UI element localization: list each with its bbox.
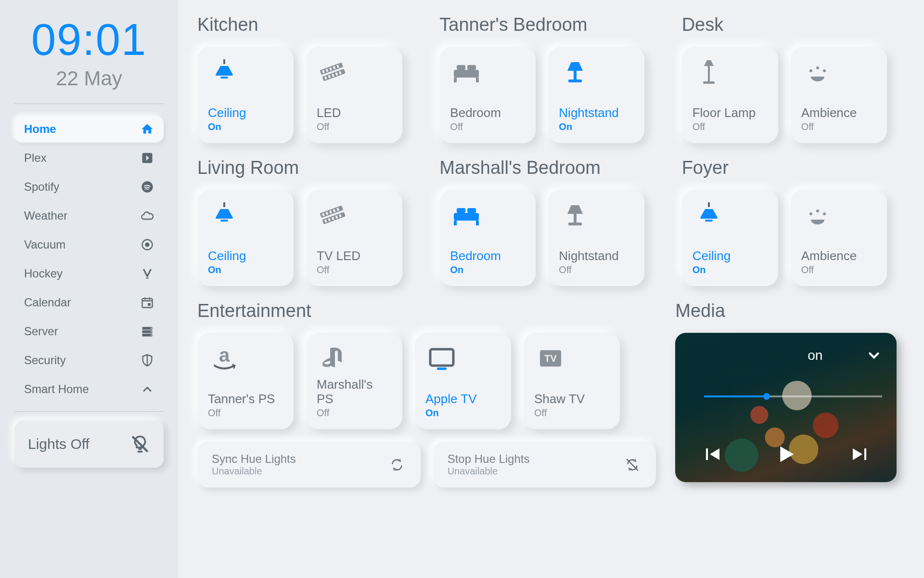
hue-subtitle: Unavailable bbox=[448, 466, 530, 477]
device-tile[interactable]: Ceiling On bbox=[197, 190, 294, 286]
tile-name: Nightstand bbox=[559, 249, 634, 263]
media-section: Media on bbox=[675, 301, 905, 487]
nav-item-home[interactable]: Home bbox=[14, 116, 164, 143]
tile-name: Ambience bbox=[801, 106, 876, 120]
ambience-icon bbox=[801, 57, 834, 88]
tv-box-icon bbox=[534, 343, 567, 374]
tile-state: On bbox=[425, 407, 500, 419]
tile-state: Off bbox=[534, 407, 609, 419]
media-previous-button[interactable] bbox=[700, 443, 723, 466]
ceiling-light-icon bbox=[208, 200, 241, 231]
divider bbox=[14, 104, 164, 104]
tile-state: Off bbox=[317, 407, 392, 419]
bed-icon bbox=[450, 200, 483, 231]
tile-state: Off bbox=[801, 121, 876, 132]
nav-label: Security bbox=[24, 354, 66, 367]
chevron-up-icon bbox=[141, 382, 154, 396]
main: Kitchen Ceiling On LED Off Tanner's Bedr… bbox=[178, 0, 924, 578]
hue-button[interactable]: Stop Hue Lights Unavailable bbox=[433, 442, 656, 487]
device-tile[interactable]: Nightstand Off bbox=[548, 190, 644, 286]
section-title-entertainment: Entertainment bbox=[197, 301, 656, 321]
device-tile[interactable]: Ambience Off bbox=[791, 47, 887, 143]
tile-name: Ceiling bbox=[208, 249, 283, 263]
room-section: Desk Floor Lamp Off Ambience Off bbox=[682, 14, 905, 143]
hue-button[interactable]: Sync Hue Lights Unavailable bbox=[197, 442, 421, 487]
room-section: Living Room Ceiling On TV LED Off bbox=[197, 158, 420, 286]
clock-time: 09:01 bbox=[14, 14, 164, 65]
device-tile[interactable]: Shaw TV Off bbox=[524, 333, 620, 429]
tile-state: Off bbox=[693, 121, 768, 132]
tile-name: Bedroom bbox=[450, 249, 525, 263]
nav-label: Hockey bbox=[24, 267, 63, 280]
device-tile[interactable]: Bedroom On bbox=[439, 190, 536, 286]
device-tile[interactable]: TV LED Off bbox=[306, 190, 402, 286]
nav-item-plex[interactable]: Plex bbox=[14, 144, 164, 171]
device-tile[interactable]: Marshall's PS Off bbox=[306, 333, 402, 429]
room-title: Tanner's Bedroom bbox=[439, 14, 662, 35]
divider bbox=[14, 411, 164, 412]
tile-name: TV LED bbox=[317, 249, 392, 263]
amazon-icon bbox=[208, 343, 241, 374]
tile-name: Ceiling bbox=[693, 249, 768, 263]
device-tile[interactable]: Floor Lamp Off bbox=[682, 47, 778, 143]
bed-icon bbox=[450, 57, 483, 88]
tile-state: Off bbox=[317, 121, 392, 132]
device-tile[interactable]: Ceiling On bbox=[197, 47, 294, 143]
media-next-button[interactable] bbox=[849, 443, 872, 466]
device-tile[interactable]: Ambience Off bbox=[791, 190, 887, 286]
home-icon bbox=[141, 122, 154, 136]
tile-name: Nightstand bbox=[559, 106, 634, 120]
lights-off-label: Lights Off bbox=[28, 436, 90, 452]
nav-item-weather[interactable]: Weather bbox=[14, 202, 164, 229]
filmstrip-icon bbox=[317, 57, 349, 88]
tile-name: Ceiling bbox=[208, 106, 283, 120]
media-play-button[interactable] bbox=[772, 441, 799, 468]
nav-label: Server bbox=[24, 325, 58, 338]
nav-label: Vacuum bbox=[24, 238, 65, 251]
svg-point-11 bbox=[151, 331, 152, 332]
tile-state: Off bbox=[317, 264, 392, 276]
tile-name: Marshall's PS bbox=[317, 378, 392, 407]
lights-off-button[interactable]: Lights Off bbox=[14, 420, 164, 468]
nav-item-server[interactable]: Server bbox=[14, 318, 164, 345]
room-section: Foyer Ceiling On Ambience Off bbox=[682, 158, 905, 286]
media-progress-bar[interactable] bbox=[704, 395, 882, 397]
device-tile[interactable]: Ceiling On bbox=[682, 190, 778, 286]
tile-name: Apple TV bbox=[425, 392, 500, 407]
calendar-icon bbox=[141, 296, 154, 309]
ambience-icon bbox=[801, 200, 834, 231]
tv-icon bbox=[425, 343, 458, 374]
svg-rect-5 bbox=[142, 299, 153, 308]
nav-label: Weather bbox=[24, 209, 67, 223]
floor-lamp-icon bbox=[693, 57, 725, 88]
nav-item-calendar[interactable]: Calendar bbox=[14, 289, 164, 316]
sync-off-icon bbox=[623, 456, 642, 474]
media-player-card[interactable]: on bbox=[675, 333, 897, 482]
nav-item-hockey[interactable]: Hockey bbox=[14, 260, 164, 287]
tile-state: On bbox=[208, 121, 283, 132]
cloud-icon bbox=[141, 209, 154, 223]
table-lamp-icon bbox=[559, 57, 591, 88]
tile-state: Off bbox=[559, 264, 634, 276]
svg-point-3 bbox=[145, 242, 149, 247]
tile-name: Bedroom bbox=[450, 106, 525, 120]
nav-item-spotify[interactable]: Spotify bbox=[14, 173, 164, 200]
device-tile[interactable]: LED Off bbox=[306, 47, 402, 143]
hue-subtitle: Unavailable bbox=[212, 466, 296, 477]
device-tile[interactable]: Nightstand On bbox=[548, 47, 644, 143]
hue-row: Sync Hue Lights Unavailable Stop Hue Lig… bbox=[197, 442, 656, 487]
device-tile[interactable]: Apple TV On bbox=[415, 333, 511, 429]
tile-state: Off bbox=[801, 264, 876, 276]
room-section: Tanner's Bedroom Bedroom Off Nightstand … bbox=[439, 14, 662, 143]
room-title: Desk bbox=[682, 14, 905, 35]
spotify-icon bbox=[141, 180, 154, 194]
nav-item-vacuum[interactable]: Vacuum bbox=[14, 231, 164, 258]
nav-item-security[interactable]: Security bbox=[14, 347, 164, 374]
chevron-down-icon[interactable] bbox=[866, 347, 882, 364]
table-lamp-icon bbox=[559, 200, 591, 231]
device-tile[interactable]: Tanner's PS Off bbox=[197, 333, 294, 429]
device-tile[interactable]: Bedroom Off bbox=[439, 47, 536, 143]
nav-item-smart-home[interactable]: Smart Home bbox=[14, 376, 164, 403]
media-now-playing-fragment: on bbox=[808, 348, 822, 363]
tile-state: On bbox=[450, 264, 525, 276]
